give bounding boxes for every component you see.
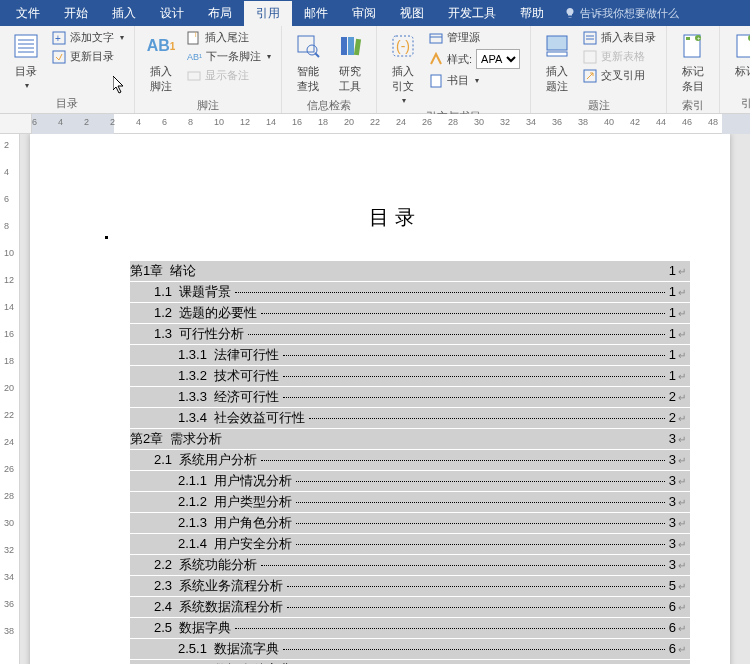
toc-number: 1.3.3 bbox=[178, 389, 214, 404]
manage-sources-button[interactable]: 管理源 bbox=[425, 28, 524, 47]
bibliography-button[interactable]: 书目▾ bbox=[425, 71, 524, 90]
toc-page: 3 bbox=[669, 473, 676, 488]
menu-tabs: 文件 开始 插入 设计 布局 引用 邮件 审阅 视图 开发工具 帮助 告诉我你想… bbox=[0, 0, 750, 26]
tab-layout[interactable]: 布局 bbox=[196, 1, 244, 26]
toc-page: 1 bbox=[669, 368, 676, 383]
toc-number: 2.2 bbox=[154, 557, 179, 572]
toc-entry[interactable]: 第1章 绪论1↵ bbox=[130, 261, 690, 281]
toc-entry[interactable]: 1.3.1 法律可行性1↵ bbox=[130, 345, 690, 365]
svg-line-13 bbox=[315, 53, 319, 57]
insert-citation-button[interactable]: (-) 插入引文▾ bbox=[383, 28, 423, 107]
paragraph-mark-icon: ↵ bbox=[678, 560, 686, 571]
manage-sources-icon bbox=[429, 31, 443, 45]
toc-leader bbox=[261, 460, 664, 461]
tab-home[interactable]: 开始 bbox=[52, 1, 100, 26]
tab-view[interactable]: 视图 bbox=[388, 1, 436, 26]
svg-rect-7 bbox=[53, 51, 65, 63]
style-select[interactable]: APA bbox=[476, 49, 520, 69]
toc-number: 第1章 bbox=[130, 262, 170, 280]
add-text-icon: + bbox=[52, 31, 66, 45]
toc-entry[interactable]: 2.1.3 用户角色分析3↵ bbox=[130, 513, 690, 533]
svg-rect-30 bbox=[686, 37, 690, 40]
toc-entry[interactable]: 2.1.4 用户安全分析3↵ bbox=[130, 534, 690, 554]
toc-entry[interactable]: 1.2 选题的必要性1↵ bbox=[130, 303, 690, 323]
update-table-button[interactable]: 更新表格 bbox=[579, 47, 660, 66]
toc-entry[interactable]: 2.1.1 用户情况分析3↵ bbox=[130, 471, 690, 491]
document-page: 目录 第1章 绪论1↵1.1 课题背景1↵1.2 选题的必要性1↵1.3 可行性… bbox=[30, 134, 730, 664]
svg-rect-10 bbox=[188, 72, 200, 80]
toc-entry[interactable]: 2.2 系统功能分析3↵ bbox=[130, 555, 690, 575]
table-of-contents[interactable]: 第1章 绪论1↵1.1 课题背景1↵1.2 选题的必要性1↵1.3 可行性分析1… bbox=[130, 261, 690, 664]
insert-caption-button[interactable]: 插入题注 bbox=[537, 28, 577, 96]
toc-number: 1.1 bbox=[154, 284, 179, 299]
group-label-captions: 题注 bbox=[537, 96, 660, 115]
horizontal-ruler[interactable]: 6422468101214161820222426283032343638404… bbox=[0, 114, 750, 134]
toc-entry[interactable]: 1.3.2 技术可行性1↵ bbox=[130, 366, 690, 386]
toc-leader bbox=[296, 481, 665, 482]
toc-number: 1.3.2 bbox=[178, 368, 214, 383]
toc-entry[interactable]: 2.5.2 数据存储字典6↵ bbox=[130, 660, 690, 664]
smart-lookup-button[interactable]: 智能 查找 bbox=[288, 28, 328, 96]
group-label-footnotes: 脚注 bbox=[141, 96, 275, 115]
add-text-button[interactable]: +添加文字▾ bbox=[48, 28, 128, 47]
tof-icon bbox=[583, 31, 597, 45]
toc-text: 系统功能分析 bbox=[179, 556, 257, 574]
next-footnote-button[interactable]: AB¹下一条脚注▾ bbox=[183, 47, 275, 66]
show-notes-button[interactable]: 显示备注 bbox=[183, 66, 275, 85]
toc-entry[interactable]: 2.5 数据字典6↵ bbox=[130, 618, 690, 638]
paragraph-mark-icon: ↵ bbox=[678, 644, 686, 655]
insert-tof-button[interactable]: 插入表目录 bbox=[579, 28, 660, 47]
toc-entry[interactable]: 第2章 需求分析3↵ bbox=[130, 429, 690, 449]
paragraph-mark-icon: ↵ bbox=[678, 518, 686, 529]
group-index: + 标记 条目 索引 bbox=[667, 26, 720, 113]
toc-number: 2.1.3 bbox=[178, 515, 214, 530]
toc-entry[interactable]: 1.3.4 社会效益可行性2↵ bbox=[130, 408, 690, 428]
toc-entry[interactable]: 2.1.2 用户类型分析3↵ bbox=[130, 492, 690, 512]
toc-entry[interactable]: 1.3.3 经济可行性2↵ bbox=[130, 387, 690, 407]
tab-file[interactable]: 文件 bbox=[4, 1, 52, 26]
paragraph-mark-icon: ↵ bbox=[678, 434, 686, 445]
toc-entry[interactable]: 1.3 可行性分析1↵ bbox=[130, 324, 690, 344]
toc-leader bbox=[309, 418, 665, 419]
cross-ref-button[interactable]: 交叉引用 bbox=[579, 66, 660, 85]
paragraph-mark-icon: ↵ bbox=[678, 539, 686, 550]
toc-entry[interactable]: 2.1 系统用户分析3↵ bbox=[130, 450, 690, 470]
toc-leader bbox=[248, 334, 664, 335]
toc-number: 2.5 bbox=[154, 620, 179, 635]
paragraph-mark-icon: ↵ bbox=[678, 308, 686, 319]
toc-page: 6 bbox=[669, 641, 676, 656]
toc-entry[interactable]: 2.4 系统数据流程分析6↵ bbox=[130, 597, 690, 617]
mark-citation-button[interactable]: + 标记 bbox=[726, 28, 750, 81]
tab-help[interactable]: 帮助 bbox=[508, 1, 556, 26]
insert-footnote-button[interactable]: AB1 插入脚注 bbox=[141, 28, 181, 96]
svg-rect-0 bbox=[15, 35, 37, 57]
research-tools-button[interactable]: 研究 工具 bbox=[330, 28, 370, 96]
toc-text: 需求分析 bbox=[170, 430, 222, 448]
doc-title: 目录 bbox=[100, 204, 690, 231]
tab-dev[interactable]: 开发工具 bbox=[436, 1, 508, 26]
tab-review[interactable]: 审阅 bbox=[340, 1, 388, 26]
mouse-cursor-icon bbox=[113, 76, 129, 96]
tab-mailings[interactable]: 邮件 bbox=[292, 1, 340, 26]
mark-entry-icon: + bbox=[677, 30, 709, 62]
toc-text: 社会效益可行性 bbox=[214, 409, 305, 427]
toc-text: 技术可行性 bbox=[214, 367, 279, 385]
toc-entry[interactable]: 2.3 系统业务流程分析5↵ bbox=[130, 576, 690, 596]
mark-entry-button[interactable]: + 标记 条目 bbox=[673, 28, 713, 96]
svg-rect-16 bbox=[354, 39, 361, 56]
toc-text: 系统用户分析 bbox=[179, 451, 257, 469]
toc-leader bbox=[287, 586, 664, 587]
toc-entry[interactable]: 2.5.1 数据流字典6↵ bbox=[130, 639, 690, 659]
toc-button[interactable]: 目录▾ bbox=[6, 28, 46, 92]
vertical-ruler[interactable]: 2468101214161820222426283032343638 bbox=[0, 134, 20, 664]
citation-style[interactable]: 样式: APA bbox=[425, 47, 524, 71]
tab-design[interactable]: 设计 bbox=[148, 1, 196, 26]
update-toc-button[interactable]: 更新目录 bbox=[48, 47, 128, 66]
biblio-icon bbox=[429, 74, 443, 88]
insert-endnote-button[interactable]: i插入尾注 bbox=[183, 28, 275, 47]
tab-references[interactable]: 引用 bbox=[244, 1, 292, 26]
toc-entry[interactable]: 1.1 课题背景1↵ bbox=[130, 282, 690, 302]
tab-insert[interactable]: 插入 bbox=[100, 1, 148, 26]
tell-me[interactable]: 告诉我你想要做什么 bbox=[564, 6, 679, 21]
page-area[interactable]: 目录 第1章 绪论1↵1.1 课题背景1↵1.2 选题的必要性1↵1.3 可行性… bbox=[20, 134, 750, 664]
